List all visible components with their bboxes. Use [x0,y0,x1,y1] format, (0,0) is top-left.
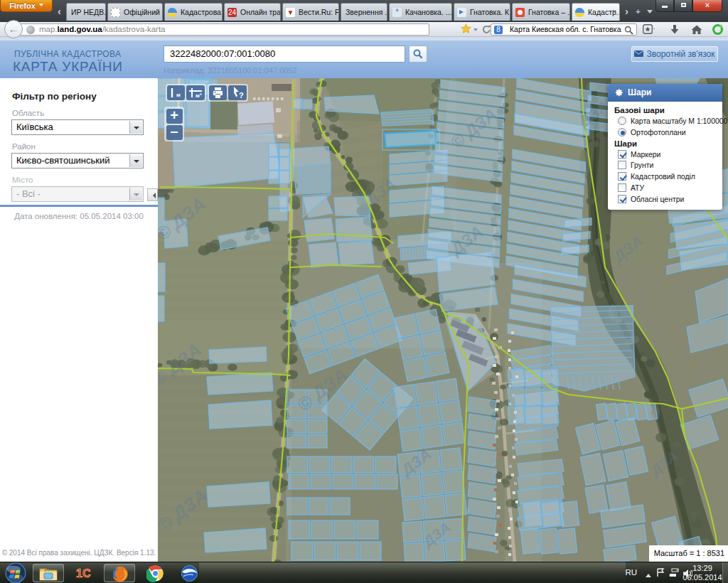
svg-text:1С: 1С [76,567,91,579]
svg-text:?: ? [239,91,244,100]
svg-text:м: м [176,92,181,98]
svg-text:м²: м² [196,92,202,99]
